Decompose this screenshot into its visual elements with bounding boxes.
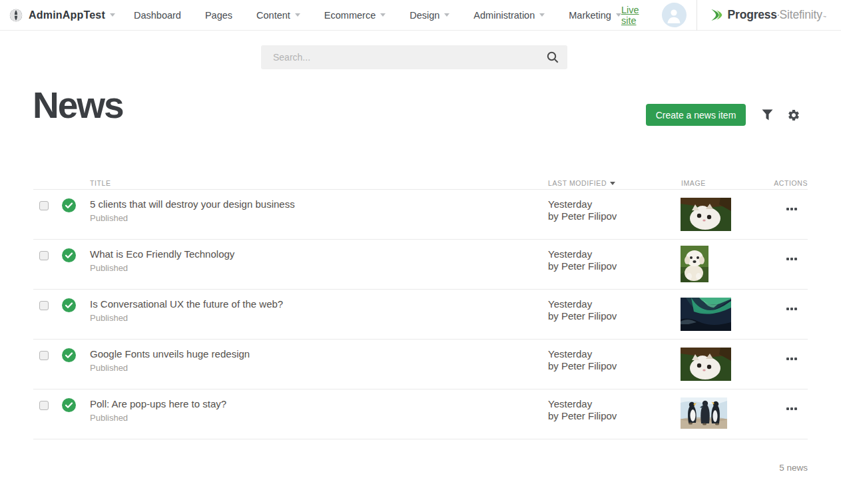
published-check-icon xyxy=(62,198,76,212)
person-icon xyxy=(667,7,681,23)
table-row: What is Eco Friendly Technology Publishe… xyxy=(33,240,808,290)
news-table: TITLE LAST MODIFIED IMAGE ACTIONS 5 clie… xyxy=(33,178,808,439)
nav-label: Ecommerce xyxy=(324,10,376,21)
news-thumbnail xyxy=(681,298,731,331)
settings-button[interactable] xyxy=(786,107,802,125)
last-modified-cell: Yesterday by Peter Filipov xyxy=(548,298,617,322)
news-thumbnail xyxy=(681,397,727,429)
news-status: Published xyxy=(90,263,128,273)
last-modified-cell: Yesterday by Peter Filipov xyxy=(548,198,617,222)
modified-author: by Peter Filipov xyxy=(548,210,617,222)
modified-author: by Peter Filipov xyxy=(548,260,617,272)
logo-progress-text: Progress xyxy=(728,8,777,22)
column-header-title: TITLE xyxy=(90,179,111,187)
news-thumbnail xyxy=(681,348,731,381)
modified-date: Yesterday xyxy=(548,398,617,410)
gear-icon xyxy=(787,109,800,122)
user-avatar[interactable] xyxy=(662,3,687,27)
nav-label: Dashboard xyxy=(134,10,181,21)
row-checkbox[interactable] xyxy=(39,251,49,260)
modified-author: by Peter Filipov xyxy=(548,410,617,422)
modified-author: by Peter Filipov xyxy=(548,360,617,372)
chevron-down-icon xyxy=(295,13,300,17)
table-header-row: TITLE LAST MODIFIED IMAGE ACTIONS xyxy=(33,178,808,190)
modified-date: Yesterday xyxy=(548,298,617,310)
nav-item-pages[interactable]: Pages xyxy=(205,10,232,21)
row-checkbox[interactable] xyxy=(39,201,49,210)
column-header-image: IMAGE xyxy=(681,179,706,187)
nav-item-ecommerce[interactable]: Ecommerce xyxy=(324,10,386,21)
row-actions-button[interactable] xyxy=(786,206,797,212)
last-modified-cell: Yesterday by Peter Filipov xyxy=(548,398,617,422)
search-bar xyxy=(261,45,567,69)
table-row: Is Conversational UX the future of the w… xyxy=(33,290,808,340)
news-status: Published xyxy=(90,313,128,323)
table-row: 5 clients that will destroy your design … xyxy=(33,190,808,240)
live-site-link[interactable]: Live site xyxy=(621,5,651,26)
row-checkbox[interactable] xyxy=(39,301,49,310)
modified-date: Yesterday xyxy=(548,348,617,360)
news-title-link[interactable]: 5 clients that will destroy your design … xyxy=(90,198,295,210)
modified-date: Yesterday xyxy=(548,198,617,210)
logo-mark-glyph: ' xyxy=(778,13,779,20)
nav-item-dashboard[interactable]: Dashboard xyxy=(134,10,181,21)
row-checkbox[interactable] xyxy=(39,351,49,360)
nav-label: Marketing xyxy=(569,10,611,21)
topbar-right: Live site Progress'Sitefinity~ xyxy=(621,0,841,30)
page-title: News xyxy=(33,87,123,124)
filter-button[interactable] xyxy=(760,108,774,124)
nav-label: Administration xyxy=(473,10,535,21)
search-icon[interactable] xyxy=(547,51,559,63)
modified-author: by Peter Filipov xyxy=(548,310,617,322)
news-status: Published xyxy=(90,363,128,373)
published-check-icon xyxy=(62,348,76,362)
nav-label: Content xyxy=(256,10,290,21)
column-header-last-modified[interactable]: LAST MODIFIED xyxy=(548,179,615,187)
chevron-down-icon xyxy=(444,13,449,17)
news-status: Published xyxy=(90,213,128,223)
logo-sitefinity-text: Sitefinity xyxy=(780,8,822,22)
news-title-link[interactable]: What is Eco Friendly Technology xyxy=(90,248,234,260)
funnel-icon xyxy=(762,109,773,121)
published-check-icon xyxy=(62,398,76,412)
published-check-icon xyxy=(62,248,76,262)
news-thumbnail xyxy=(681,198,731,231)
create-news-item-button[interactable]: Create a news item xyxy=(646,104,746,126)
last-modified-cell: Yesterday by Peter Filipov xyxy=(548,348,617,372)
table-row: Google Fonts unveils huge redesign Publi… xyxy=(33,340,808,389)
chevron-down-icon xyxy=(616,13,621,17)
nav-item-marketing[interactable]: Marketing xyxy=(569,10,621,21)
top-navigation-bar: AdminAppTest Dashboard Pages Content Eco… xyxy=(0,0,841,31)
chevron-down-icon xyxy=(380,13,386,17)
nav-label: Pages xyxy=(205,10,232,21)
row-actions-button[interactable] xyxy=(786,306,797,312)
published-check-icon xyxy=(62,298,76,312)
nav-label: Design xyxy=(410,10,439,21)
logo-tm-glyph: ~ xyxy=(823,13,826,20)
news-thumbnail xyxy=(681,246,708,282)
column-header-label: LAST MODIFIED xyxy=(548,179,607,187)
nav-item-content[interactable]: Content xyxy=(256,10,300,21)
brand-name: AdminAppTest xyxy=(29,9,105,21)
news-title-link[interactable]: Google Fonts unveils huge redesign xyxy=(90,348,250,360)
row-actions-button[interactable] xyxy=(786,405,797,412)
column-header-actions: ACTIONS xyxy=(774,179,808,187)
search-input[interactable] xyxy=(261,45,547,69)
globe-icon xyxy=(9,9,23,22)
items-count: 5 news xyxy=(779,463,808,473)
main-nav: Dashboard Pages Content Ecommerce Design… xyxy=(134,10,621,21)
nav-item-administration[interactable]: Administration xyxy=(473,10,545,21)
row-checkbox[interactable] xyxy=(39,401,49,410)
news-title-link[interactable]: Poll: Are pop-ups here to stay? xyxy=(90,398,226,409)
news-title-link[interactable]: Is Conversational UX the future of the w… xyxy=(90,298,283,310)
nav-item-design[interactable]: Design xyxy=(410,10,449,21)
modified-date: Yesterday xyxy=(548,248,617,260)
chevron-down-icon xyxy=(539,13,545,17)
progress-logo-icon xyxy=(710,8,724,22)
site-selector[interactable]: AdminAppTest xyxy=(9,9,115,22)
progress-sitefinity-logo: Progress'Sitefinity~ xyxy=(697,8,841,22)
row-actions-button[interactable] xyxy=(786,356,797,362)
row-actions-button[interactable] xyxy=(786,256,797,262)
news-status: Published xyxy=(90,413,128,423)
last-modified-cell: Yesterday by Peter Filipov xyxy=(548,248,617,272)
